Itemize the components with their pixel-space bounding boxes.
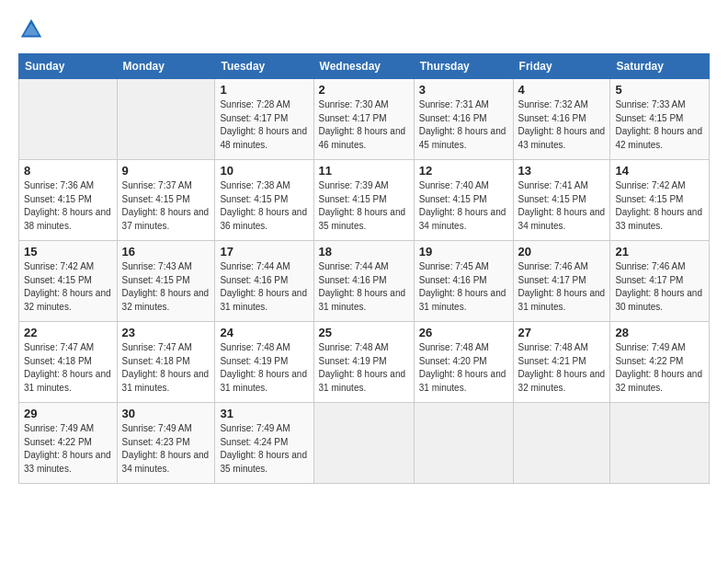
day-number: 15: [24, 245, 112, 259]
calendar-table: SundayMondayTuesdayWednesdayThursdayFrid…: [18, 53, 710, 484]
calendar-day-cell: 2Sunrise: 7:30 AMSunset: 4:17 PMDaylight…: [313, 79, 414, 160]
day-info: Sunrise: 7:43 AMSunset: 4:15 PMDaylight:…: [122, 261, 210, 312]
day-number: 10: [220, 164, 308, 178]
calendar-day-cell: 15Sunrise: 7:42 AMSunset: 4:15 PMDayligh…: [19, 241, 118, 322]
calendar-day-cell: [117, 79, 215, 160]
logo-icon: [18, 17, 44, 42]
day-number: 27: [518, 326, 606, 339]
day-number: 8: [24, 164, 112, 178]
calendar-day-cell: 28Sunrise: 7:49 AMSunset: 4:22 PMDayligh…: [610, 322, 710, 403]
weekday-header: Sunday: [19, 54, 118, 79]
calendar-day-cell: [313, 403, 414, 484]
day-number: 12: [419, 164, 508, 178]
calendar-day-cell: 22Sunrise: 7:47 AMSunset: 4:18 PMDayligh…: [19, 322, 118, 403]
calendar-header: SundayMondayTuesdayWednesdayThursdayFrid…: [19, 54, 710, 79]
day-info: Sunrise: 7:28 AMSunset: 4:17 PMDaylight:…: [220, 99, 307, 150]
calendar-day-cell: 25Sunrise: 7:48 AMSunset: 4:19 PMDayligh…: [313, 322, 414, 403]
day-number: 31: [220, 407, 308, 420]
day-info: Sunrise: 7:49 AMSunset: 4:22 PMDaylight:…: [24, 423, 111, 474]
logo: [18, 17, 50, 42]
day-info: Sunrise: 7:42 AMSunset: 4:15 PMDaylight:…: [24, 261, 111, 312]
day-number: 14: [615, 164, 704, 178]
day-info: Sunrise: 7:40 AMSunset: 4:15 PMDaylight:…: [419, 180, 506, 231]
day-number: 2: [319, 83, 409, 97]
calendar-day-cell: 20Sunrise: 7:46 AMSunset: 4:17 PMDayligh…: [513, 241, 610, 322]
day-info: Sunrise: 7:41 AMSunset: 4:15 PMDaylight:…: [518, 180, 606, 231]
calendar-week-row: 1Sunrise: 7:28 AMSunset: 4:17 PMDaylight…: [19, 79, 710, 160]
calendar-day-cell: 11Sunrise: 7:39 AMSunset: 4:15 PMDayligh…: [313, 160, 414, 241]
calendar-week-row: 15Sunrise: 7:42 AMSunset: 4:15 PMDayligh…: [19, 241, 710, 322]
weekday-header: Saturday: [610, 54, 710, 79]
day-number: 9: [122, 164, 210, 178]
day-number: 4: [518, 83, 606, 97]
day-info: Sunrise: 7:49 AMSunset: 4:23 PMDaylight:…: [122, 423, 210, 474]
day-number: 16: [122, 245, 210, 259]
day-number: 19: [419, 245, 508, 259]
page: SundayMondayTuesdayWednesdayThursdayFrid…: [0, 0, 728, 493]
day-number: 3: [419, 83, 508, 97]
day-number: 18: [319, 245, 409, 259]
calendar-week-row: 8Sunrise: 7:36 AMSunset: 4:15 PMDaylight…: [19, 160, 710, 241]
calendar-day-cell: 10Sunrise: 7:38 AMSunset: 4:15 PMDayligh…: [215, 160, 313, 241]
day-info: Sunrise: 7:45 AMSunset: 4:16 PMDaylight:…: [419, 261, 506, 312]
calendar-day-cell: 1Sunrise: 7:28 AMSunset: 4:17 PMDaylight…: [215, 79, 313, 160]
calendar-day-cell: 27Sunrise: 7:48 AMSunset: 4:21 PMDayligh…: [513, 322, 610, 403]
calendar-day-cell: [513, 403, 610, 484]
day-info: Sunrise: 7:47 AMSunset: 4:18 PMDaylight:…: [122, 342, 210, 393]
calendar-day-cell: [414, 403, 513, 484]
calendar-day-cell: 9Sunrise: 7:37 AMSunset: 4:15 PMDaylight…: [117, 160, 215, 241]
calendar-week-row: 22Sunrise: 7:47 AMSunset: 4:18 PMDayligh…: [19, 322, 710, 403]
calendar-day-cell: 19Sunrise: 7:45 AMSunset: 4:16 PMDayligh…: [414, 241, 513, 322]
weekday-row: SundayMondayTuesdayWednesdayThursdayFrid…: [19, 54, 710, 79]
calendar-day-cell: 3Sunrise: 7:31 AMSunset: 4:16 PMDaylight…: [414, 79, 513, 160]
calendar-day-cell: 16Sunrise: 7:43 AMSunset: 4:15 PMDayligh…: [117, 241, 215, 322]
calendar-week-row: 29Sunrise: 7:49 AMSunset: 4:22 PMDayligh…: [19, 403, 710, 484]
calendar-day-cell: [610, 403, 710, 484]
weekday-header: Friday: [513, 54, 610, 79]
weekday-header: Tuesday: [215, 54, 313, 79]
calendar-day-cell: [19, 79, 118, 160]
calendar-day-cell: 17Sunrise: 7:44 AMSunset: 4:16 PMDayligh…: [215, 241, 313, 322]
day-info: Sunrise: 7:44 AMSunset: 4:16 PMDaylight:…: [319, 261, 406, 312]
day-number: 1: [220, 83, 308, 97]
calendar-day-cell: 4Sunrise: 7:32 AMSunset: 4:16 PMDaylight…: [513, 79, 610, 160]
day-number: 21: [615, 245, 704, 259]
calendar-day-cell: 26Sunrise: 7:48 AMSunset: 4:20 PMDayligh…: [414, 322, 513, 403]
day-info: Sunrise: 7:39 AMSunset: 4:15 PMDaylight:…: [319, 180, 406, 231]
day-info: Sunrise: 7:30 AMSunset: 4:17 PMDaylight:…: [319, 99, 406, 150]
day-number: 20: [518, 245, 606, 259]
day-info: Sunrise: 7:32 AMSunset: 4:16 PMDaylight:…: [518, 99, 606, 150]
day-number: 30: [122, 407, 210, 420]
day-info: Sunrise: 7:44 AMSunset: 4:16 PMDaylight:…: [220, 261, 307, 312]
day-number: 13: [518, 164, 606, 178]
calendar-day-cell: 24Sunrise: 7:48 AMSunset: 4:19 PMDayligh…: [215, 322, 313, 403]
day-number: 28: [615, 326, 704, 339]
calendar-day-cell: 13Sunrise: 7:41 AMSunset: 4:15 PMDayligh…: [513, 160, 610, 241]
header: [18, 17, 710, 42]
day-info: Sunrise: 7:36 AMSunset: 4:15 PMDaylight:…: [24, 180, 111, 231]
day-info: Sunrise: 7:46 AMSunset: 4:17 PMDaylight:…: [518, 261, 606, 312]
calendar-day-cell: 30Sunrise: 7:49 AMSunset: 4:23 PMDayligh…: [117, 403, 215, 484]
calendar-day-cell: 31Sunrise: 7:49 AMSunset: 4:24 PMDayligh…: [215, 403, 313, 484]
day-info: Sunrise: 7:48 AMSunset: 4:19 PMDaylight:…: [220, 342, 307, 393]
day-info: Sunrise: 7:49 AMSunset: 4:24 PMDaylight:…: [220, 423, 307, 474]
calendar-day-cell: 18Sunrise: 7:44 AMSunset: 4:16 PMDayligh…: [313, 241, 414, 322]
day-info: Sunrise: 7:37 AMSunset: 4:15 PMDaylight:…: [122, 180, 210, 231]
day-number: 25: [319, 326, 409, 339]
day-number: 17: [220, 245, 308, 259]
calendar-day-cell: 12Sunrise: 7:40 AMSunset: 4:15 PMDayligh…: [414, 160, 513, 241]
day-number: 5: [615, 83, 704, 97]
day-info: Sunrise: 7:48 AMSunset: 4:20 PMDaylight:…: [419, 342, 506, 393]
day-info: Sunrise: 7:46 AMSunset: 4:17 PMDaylight:…: [615, 261, 702, 312]
day-info: Sunrise: 7:49 AMSunset: 4:22 PMDaylight:…: [615, 342, 702, 393]
day-info: Sunrise: 7:47 AMSunset: 4:18 PMDaylight:…: [24, 342, 111, 393]
calendar-day-cell: 23Sunrise: 7:47 AMSunset: 4:18 PMDayligh…: [117, 322, 215, 403]
day-number: 23: [122, 326, 210, 339]
day-info: Sunrise: 7:38 AMSunset: 4:15 PMDaylight:…: [220, 180, 307, 231]
calendar-day-cell: 29Sunrise: 7:49 AMSunset: 4:22 PMDayligh…: [19, 403, 118, 484]
calendar-day-cell: 8Sunrise: 7:36 AMSunset: 4:15 PMDaylight…: [19, 160, 118, 241]
day-number: 22: [24, 326, 112, 339]
day-number: 11: [319, 164, 409, 178]
calendar-day-cell: 21Sunrise: 7:46 AMSunset: 4:17 PMDayligh…: [610, 241, 710, 322]
day-info: Sunrise: 7:42 AMSunset: 4:15 PMDaylight:…: [615, 180, 702, 231]
